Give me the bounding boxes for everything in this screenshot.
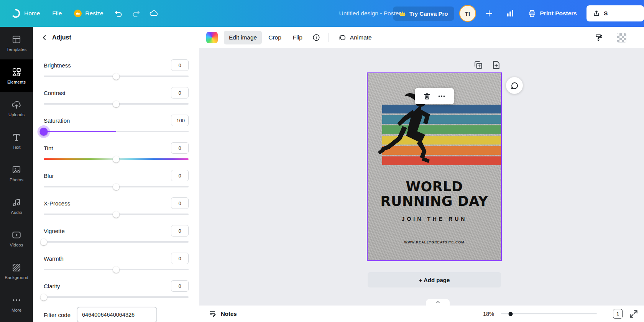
collapse-bottombar-tab[interactable] — [426, 299, 450, 306]
page-indicator[interactable]: 1 — [613, 309, 623, 319]
insights-chart-icon[interactable] — [502, 5, 518, 21]
notes-button[interactable]: Notes — [209, 310, 237, 318]
blur-label: Blur — [44, 172, 54, 179]
color-filter-swatch[interactable] — [206, 32, 218, 43]
x-process-slider-row: X-Process 0 — [44, 196, 189, 218]
contrast-value[interactable]: 0 — [171, 87, 189, 99]
delete-icon[interactable] — [422, 92, 432, 101]
sidebar-item-elements[interactable]: Elements — [0, 59, 33, 92]
adjust-sliders: Brightness 0 Contrast 0 Saturation -100 — [33, 48, 199, 322]
saturation-value[interactable]: -100 — [171, 115, 189, 126]
background-icon — [12, 263, 21, 273]
animate-button[interactable]: Animate — [333, 30, 377, 45]
clarity-slider[interactable] — [44, 294, 189, 301]
brightness-label: Brightness — [44, 62, 71, 69]
brightness-value[interactable]: 0 — [171, 59, 189, 71]
contrast-slider[interactable] — [44, 100, 189, 107]
brightness-slider[interactable] — [44, 73, 189, 80]
blur-value[interactable]: 0 — [171, 170, 189, 181]
notes-icon — [209, 310, 217, 318]
saturation-slider[interactable] — [44, 128, 189, 135]
slider-thumb[interactable] — [113, 156, 120, 163]
print-posters-button[interactable]: Print Posters — [523, 5, 582, 21]
home-label: Home — [24, 10, 40, 17]
sidebar-item-audio[interactable]: Audio — [0, 190, 33, 222]
clarity-value[interactable]: 0 — [171, 280, 189, 292]
page-actions — [473, 60, 501, 70]
poster-title[interactable]: WORLD RUNNING DAY — [368, 180, 501, 209]
brightness-slider-row: Brightness 0 — [44, 58, 189, 80]
tint-slider[interactable] — [44, 156, 189, 163]
add-member-icon[interactable] — [481, 5, 497, 21]
x-process-value[interactable]: 0 — [171, 197, 189, 209]
slider-thumb[interactable] — [41, 294, 47, 301]
edit-image-button[interactable]: Edit image — [224, 31, 262, 44]
fullscreen-icon[interactable] — [629, 309, 639, 319]
contrast-slider-row: Contrast 0 — [44, 86, 189, 107]
slider-thumb[interactable] — [113, 211, 120, 218]
templates-icon — [12, 34, 21, 44]
paint-roller-icon[interactable] — [591, 30, 606, 45]
filter-code-input[interactable] — [77, 307, 157, 322]
x-process-slider[interactable] — [44, 211, 189, 218]
try-canva-pro-button[interactable]: Try Canva Pro — [393, 7, 454, 21]
slider-thumb[interactable] — [113, 101, 120, 107]
printer-icon — [528, 9, 536, 18]
redo-icon[interactable] — [128, 5, 144, 21]
canvas-area: WORLD RUNNING DAY JOIN THE RUN WWW.REALL… — [199, 48, 644, 322]
sidebar-item-templates[interactable]: Templates — [0, 27, 33, 59]
duplicate-page-icon[interactable] — [473, 60, 483, 70]
zoom-slider[interactable] — [501, 313, 597, 314]
vignette-slider[interactable] — [44, 238, 189, 245]
add-page-icon[interactable] — [491, 60, 501, 70]
more-icon — [12, 295, 21, 305]
adjust-back-button[interactable]: Adjust — [33, 27, 199, 48]
warmth-value[interactable]: 0 — [171, 253, 189, 264]
slider-thumb[interactable] — [113, 266, 120, 273]
sidebar-item-background[interactable]: Background — [0, 255, 33, 288]
warmth-slider-row: Warmth 0 — [44, 251, 189, 273]
blur-slider-row: Blur 0 — [44, 169, 189, 190]
sidebar-item-uploads[interactable]: Uploads — [0, 92, 33, 125]
tint-value[interactable]: 0 — [171, 142, 189, 154]
crop-button[interactable]: Crop — [263, 31, 286, 44]
slider-track[interactable] — [44, 296, 189, 298]
avatar[interactable]: TI — [459, 5, 476, 22]
sidebar-item-videos[interactable]: Videos — [0, 222, 33, 255]
share-button[interactable]: S — [586, 5, 644, 21]
home-button[interactable]: Home — [5, 5, 45, 22]
blur-slider[interactable] — [44, 183, 189, 190]
warmth-slider[interactable] — [44, 266, 189, 273]
resize-button[interactable]: Resize — [69, 6, 108, 21]
sidebar-item-photos[interactable]: Photos — [0, 157, 33, 190]
file-menu-button[interactable]: File — [47, 6, 67, 21]
filter-code-row: Filter code — [44, 307, 189, 322]
transparency-icon[interactable] — [617, 33, 626, 43]
poster-page[interactable]: WORLD RUNNING DAY JOIN THE RUN WWW.REALL… — [368, 73, 501, 260]
slider-thumb[interactable] — [40, 128, 48, 136]
add-page-button[interactable]: + Add page — [368, 272, 501, 288]
info-icon[interactable] — [309, 30, 324, 45]
poster-website[interactable]: WWW.REALLYGREATSITE.COM — [368, 240, 501, 244]
poster-subtitle[interactable]: JOIN THE RUN — [368, 216, 501, 222]
selection-toolbar — [415, 88, 454, 104]
slider-thumb[interactable] — [41, 239, 47, 245]
slider-thumb[interactable] — [113, 73, 120, 80]
chevron-up-icon — [435, 299, 441, 305]
slider-thumb[interactable] — [113, 184, 120, 190]
more-options-icon[interactable] — [437, 92, 446, 101]
clarity-label: Clarity — [44, 283, 60, 289]
slider-track[interactable] — [44, 241, 189, 243]
sidebar-item-more[interactable]: More — [0, 288, 33, 320]
zoom-slider-thumb[interactable] — [509, 312, 513, 316]
toolbar-divider — [328, 33, 329, 42]
sidebar-item-text[interactable]: Text — [0, 125, 33, 157]
contrast-label: Contrast — [44, 90, 66, 96]
tint-slider-row: Tint 0 — [44, 141, 189, 163]
comment-button[interactable] — [506, 77, 523, 94]
zoom-level: 18% — [483, 311, 494, 317]
design-title[interactable]: Untitled design - Poster — [339, 10, 401, 17]
flip-button[interactable]: Flip — [288, 31, 307, 44]
undo-icon[interactable] — [110, 5, 127, 21]
vignette-value[interactable]: 0 — [171, 225, 189, 237]
